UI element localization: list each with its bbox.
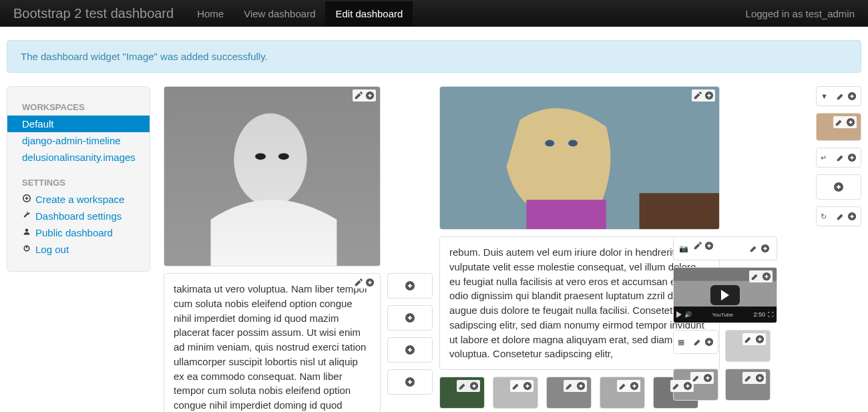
svg-point-19 xyxy=(545,140,554,147)
edit-icon[interactable] xyxy=(511,381,521,391)
plus-circle-icon[interactable] xyxy=(469,381,479,391)
workspace-django-admin-timeline[interactable]: django-admin-timeline xyxy=(7,132,150,149)
plus-circle-icon[interactable] xyxy=(847,153,857,162)
plus-circle-icon xyxy=(405,280,415,291)
nav-home[interactable]: Home xyxy=(187,1,234,26)
refresh-widget[interactable]: ↻ xyxy=(816,206,861,226)
plus-circle-icon[interactable] xyxy=(365,91,375,100)
image-widget-portrait-bw[interactable] xyxy=(164,86,381,266)
logged-in-text: Logged in as test_admin xyxy=(746,8,855,19)
edit-icon[interactable] xyxy=(835,118,844,127)
edit-icon[interactable] xyxy=(672,381,681,391)
dashboard-settings-label: Dashboard settings xyxy=(35,210,122,222)
grid-icon: ▦ xyxy=(678,338,684,347)
dropdown-widget[interactable]: ▼ xyxy=(816,86,861,106)
edit-icon[interactable] xyxy=(693,91,702,100)
thumb-widget[interactable] xyxy=(600,377,645,409)
video-controls[interactable]: 🔊 YouTube 2:50 ⛶ xyxy=(674,306,777,323)
camera-widget[interactable]: 📷 xyxy=(673,236,777,260)
edit-icon[interactable] xyxy=(354,278,363,287)
nav-view-dashboard[interactable]: View dashboard xyxy=(234,1,325,26)
nav-edit-dashboard[interactable]: Edit dashboard xyxy=(325,1,413,26)
add-widget-slot[interactable] xyxy=(387,273,433,298)
edit-icon[interactable] xyxy=(836,212,845,221)
brand[interactable]: Bootstrap 2 test dashboard xyxy=(13,6,187,21)
add-widget-slot[interactable] xyxy=(387,305,433,331)
edit-icon[interactable] xyxy=(836,91,845,101)
public-dashboard-label: Public dashboard xyxy=(35,227,113,238)
svg-rect-17 xyxy=(640,193,719,230)
return-icon: ↵ xyxy=(821,154,827,162)
svg-rect-21 xyxy=(526,200,606,230)
add-widget-slot[interactable] xyxy=(387,337,433,363)
create-workspace-link[interactable]: Create a workspace xyxy=(7,191,150,208)
thumb-widget[interactable] xyxy=(725,330,771,362)
thumb-widget[interactable] xyxy=(493,377,538,409)
plus-circle-icon xyxy=(405,377,415,387)
mini-widget[interactable]: ▦ xyxy=(673,330,718,354)
play-icon[interactable] xyxy=(676,311,682,318)
workspace-default[interactable]: Default xyxy=(7,116,150,132)
play-button[interactable] xyxy=(710,285,740,305)
edit-icon[interactable] xyxy=(354,91,363,100)
dashboard-settings-link[interactable]: Dashboard settings xyxy=(7,208,150,224)
dashboard-content: takimata ut vero voluptua. Nam liber tem… xyxy=(164,86,861,412)
camera-icon: 📷 xyxy=(679,244,688,253)
edit-icon[interactable] xyxy=(693,337,702,347)
workspaces-header: WORKSPACES xyxy=(7,100,150,116)
plus-circle-icon[interactable] xyxy=(704,241,714,250)
plus-circle-icon[interactable] xyxy=(755,335,765,344)
plus-circle-icon[interactable] xyxy=(704,91,714,100)
edit-icon[interactable] xyxy=(744,373,753,383)
plus-circle-icon[interactable] xyxy=(847,91,857,101)
edit-icon[interactable] xyxy=(836,153,845,162)
edit-icon[interactable] xyxy=(565,381,574,391)
arrow-widget[interactable]: ↵ xyxy=(816,148,861,168)
public-dashboard-link[interactable]: Public dashboard xyxy=(7,224,150,241)
plus-circle-icon[interactable] xyxy=(630,381,639,391)
plus-circle-icon[interactable] xyxy=(761,244,770,253)
settings-header: SETTINGS xyxy=(7,176,150,191)
text-widget-a[interactable]: takimata ut vero voluptua. Nam liber tem… xyxy=(164,273,381,412)
plus-circle-icon xyxy=(405,345,415,355)
video-time: 2:50 xyxy=(753,311,765,318)
edit-icon[interactable] xyxy=(749,244,758,253)
edit-icon[interactable] xyxy=(744,335,753,344)
volume-icon[interactable]: 🔊 xyxy=(684,311,692,318)
power-icon xyxy=(22,244,31,254)
plus-circle-icon[interactable] xyxy=(846,118,855,127)
plus-circle-icon xyxy=(833,182,844,192)
fullscreen-icon[interactable]: ⛶ xyxy=(768,311,774,318)
edit-icon[interactable] xyxy=(692,373,701,383)
logout-label: Log out xyxy=(35,244,69,255)
add-widget-slot[interactable] xyxy=(387,369,433,395)
thumb-widget[interactable] xyxy=(816,113,861,141)
plus-circle-icon[interactable] xyxy=(704,337,714,347)
plus-circle-icon xyxy=(22,194,31,204)
thumb-widget[interactable] xyxy=(725,369,771,401)
plus-circle-icon xyxy=(405,313,415,323)
image-widget-girl[interactable] xyxy=(439,86,720,230)
plus-circle-icon[interactable] xyxy=(703,373,712,383)
plus-circle-icon[interactable] xyxy=(847,212,857,221)
plus-circle-icon[interactable] xyxy=(762,272,771,281)
logout-link[interactable]: Log out xyxy=(7,241,150,258)
plus-circle-icon[interactable] xyxy=(755,373,765,383)
plus-circle-icon[interactable] xyxy=(365,278,375,287)
chevron-down-icon: ▼ xyxy=(821,92,828,100)
plus-circle-icon[interactable] xyxy=(576,381,586,391)
edit-icon[interactable] xyxy=(750,272,760,281)
plus-circle-icon[interactable] xyxy=(523,381,532,391)
workspace-delusionalinsanity-images[interactable]: delusionalinsanity.images xyxy=(7,149,150,166)
edit-icon[interactable] xyxy=(693,241,702,250)
success-alert: The dashboard widget "Image" was added s… xyxy=(7,40,861,73)
edit-icon[interactable] xyxy=(618,381,628,391)
refresh-icon: ↻ xyxy=(821,212,827,221)
edit-icon[interactable] xyxy=(458,381,467,391)
thumb-widget[interactable] xyxy=(546,377,592,409)
video-widget[interactable]: 🔊 YouTube 2:50 ⛶ xyxy=(673,267,777,323)
thumb-widget[interactable] xyxy=(439,377,485,409)
add-widget-slot[interactable] xyxy=(816,174,861,200)
wrench-icon xyxy=(22,211,31,221)
svg-rect-9 xyxy=(164,87,380,266)
